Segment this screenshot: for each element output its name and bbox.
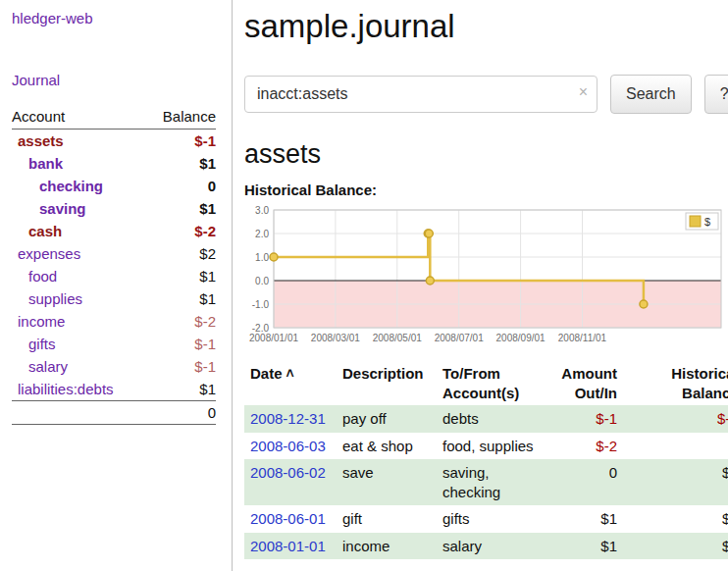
transaction-date-link[interactable]: 2008-06-01 xyxy=(250,510,326,527)
account-row: checking0 xyxy=(12,175,216,197)
svg-text:2008/01/01: 2008/01/01 xyxy=(249,333,298,343)
register-table: Date˄DescriptionTo/From Account(s)Amount… xyxy=(244,361,728,559)
search-input[interactable] xyxy=(244,76,598,113)
svg-text:2008/07/01: 2008/07/01 xyxy=(435,333,484,343)
account-name-cell: expenses xyxy=(12,242,146,265)
register-accounts-cell: gifts xyxy=(437,505,552,533)
account-name-cell: cash xyxy=(12,220,146,242)
nav-journal-link[interactable]: Journal xyxy=(12,72,216,88)
sidebar-account-link[interactable]: food xyxy=(28,268,57,285)
account-row: expenses$2 xyxy=(12,242,216,265)
svg-text:1.0: 1.0 xyxy=(255,252,269,263)
sidebar-account-link[interactable]: gifts xyxy=(28,336,56,352)
svg-text:2008/05/01: 2008/05/01 xyxy=(373,333,422,343)
chart-svg: $3.02.01.00.0-1.0-2.02008/01/012008/03/0… xyxy=(244,204,727,349)
register-description-cell: gift xyxy=(337,505,437,533)
account-name-cell: assets xyxy=(12,130,146,153)
register-row: 2008-12-31pay offdebts$-1$-1 xyxy=(244,405,728,433)
account-name-cell: checking xyxy=(12,175,146,197)
register-amount-cell: $1 xyxy=(552,533,623,560)
account-row: saving$1 xyxy=(12,197,216,220)
accounts-header-balance: Balance xyxy=(146,104,216,130)
svg-text:2008/09/01: 2008/09/01 xyxy=(496,333,546,343)
account-name-cell: bank xyxy=(12,152,146,175)
help-button[interactable]: ? xyxy=(704,75,728,114)
register-balance-cell: 0 xyxy=(623,433,728,460)
sidebar-account-link[interactable]: supplies xyxy=(28,290,82,307)
transaction-date-link[interactable]: 2008-01-01 xyxy=(250,538,326,554)
account-row: salary$-1 xyxy=(12,355,216,378)
account-balance: $-1 xyxy=(146,333,216,355)
sort-asc-icon[interactable]: ˄ xyxy=(286,366,294,382)
app-window: hledger-web Journal Account Balance asse… xyxy=(0,0,728,571)
account-balance: $1 xyxy=(146,265,216,287)
brand-link[interactable]: hledger-web xyxy=(12,10,216,26)
register-date-cell: 2008-12-31 xyxy=(244,405,337,433)
sidebar-account-link[interactable]: expenses xyxy=(18,245,80,262)
register-column-header[interactable]: Date˄ xyxy=(244,361,337,405)
sidebar: hledger-web Journal Account Balance asse… xyxy=(0,0,233,571)
account-balance: $-2 xyxy=(146,310,216,333)
accounts-total-row: 0 xyxy=(12,401,216,425)
svg-text:$: $ xyxy=(704,216,710,228)
legend-swatch-icon xyxy=(690,216,701,227)
register-balance-cell: $-1 xyxy=(623,405,728,433)
sidebar-account-link[interactable]: checking xyxy=(39,178,103,194)
register-column-header: Historical Balance xyxy=(623,361,728,405)
accounts-header-account: Account xyxy=(12,104,146,130)
sidebar-account-link[interactable]: liabilities:debts xyxy=(18,381,114,397)
sidebar-account-link[interactable]: salary xyxy=(28,358,68,375)
register-accounts-cell: food, supplies xyxy=(437,433,552,460)
register-date-cell: 2008-06-02 xyxy=(244,459,337,505)
account-name-cell: income xyxy=(12,310,146,333)
register-balance-cell: $2 xyxy=(623,505,728,533)
svg-text:-1.0: -1.0 xyxy=(252,299,270,310)
main-content: sample.journal × Search ? assets Histori… xyxy=(233,0,728,571)
register-balance-cell: $1 xyxy=(623,533,728,560)
sidebar-account-link[interactable]: income xyxy=(18,313,65,330)
sidebar-account-link[interactable]: saving xyxy=(39,200,86,217)
register-row: 2008-06-01giftgifts$1$2 xyxy=(244,505,728,533)
account-balance: $1 xyxy=(146,197,216,220)
transaction-date-link[interactable]: 2008-06-02 xyxy=(250,464,326,481)
account-balance: $-1 xyxy=(146,130,216,153)
transaction-date-link[interactable]: 2008-06-03 xyxy=(250,438,326,454)
account-balance: $1 xyxy=(146,378,216,401)
account-name-cell: supplies xyxy=(12,287,146,310)
transaction-date-link[interactable]: 2008-12-31 xyxy=(250,410,326,427)
clear-icon[interactable]: × xyxy=(579,84,588,100)
search-bar: × Search ? xyxy=(244,75,728,114)
register-date-cell: 2008-01-01 xyxy=(244,533,337,560)
sidebar-account-link[interactable]: assets xyxy=(18,132,64,149)
account-balance: $1 xyxy=(146,287,216,310)
svg-text:0.0: 0.0 xyxy=(255,276,269,286)
register-balance-cell: $2 xyxy=(623,459,728,505)
sidebar-account-link[interactable]: bank xyxy=(28,155,63,172)
account-row: assets$-1 xyxy=(12,130,216,153)
search-box: × xyxy=(244,76,598,113)
register-column-header: Description xyxy=(337,361,437,405)
chart-label: Historical Balance: xyxy=(244,182,728,198)
account-row: cash$-2 xyxy=(12,220,216,242)
register-column-header: To/From Account(s) xyxy=(437,361,552,405)
svg-text:2.0: 2.0 xyxy=(255,229,269,239)
account-balance: $-2 xyxy=(146,220,216,242)
sidebar-account-link[interactable]: cash xyxy=(28,223,62,239)
register-amount-cell: $1 xyxy=(552,505,623,533)
account-row: supplies$1 xyxy=(12,287,216,310)
account-name-cell: salary xyxy=(12,355,146,378)
search-button[interactable]: Search xyxy=(610,75,692,114)
accounts-total-spacer xyxy=(12,401,146,425)
svg-text:3.0: 3.0 xyxy=(255,205,269,216)
page-title: sample.journal xyxy=(244,8,728,45)
account-row: gifts$-1 xyxy=(12,333,216,355)
register-description-cell: income xyxy=(337,533,437,560)
account-name-cell: saving xyxy=(12,197,146,220)
register-row: 2008-06-02savesaving, checking0$2 xyxy=(244,459,728,505)
accounts-header-row: Account Balance xyxy=(12,104,216,130)
register-description-cell: eat & shop xyxy=(337,433,437,460)
account-balance: 0 xyxy=(146,175,216,197)
accounts-table: Account Balance assets$-1bank$1checking0… xyxy=(12,104,216,425)
register-description-cell: pay off xyxy=(337,405,437,433)
register-description-cell: save xyxy=(337,459,437,505)
